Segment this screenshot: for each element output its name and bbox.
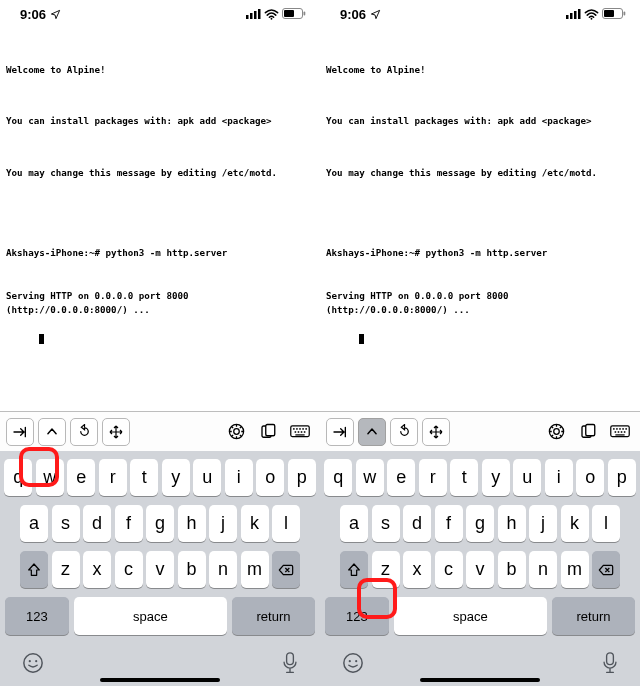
key-q[interactable]: q [324,459,352,496]
numbers-key[interactable]: 123 [5,597,69,635]
key-y[interactable]: y [162,459,190,496]
key-f[interactable]: f [115,505,143,542]
motd-install: You can install packages with: apk add <… [326,114,634,128]
home-indicator[interactable] [100,678,220,682]
paste-button[interactable] [254,418,282,446]
terminal-output: Welcome to Alpine! You can install packa… [320,28,640,395]
key-a[interactable]: a [20,505,48,542]
settings-button[interactable] [542,418,570,446]
key-w[interactable]: w [356,459,384,496]
key-u[interactable]: u [193,459,221,496]
key-t[interactable]: t [450,459,478,496]
key-f[interactable]: f [435,505,463,542]
key-e[interactable]: e [387,459,415,496]
key-z[interactable]: z [52,551,80,588]
svg-point-36 [553,429,559,435]
undo-button[interactable] [390,418,418,446]
key-j[interactable]: j [529,505,557,542]
key-y[interactable]: y [482,459,510,496]
key-x[interactable]: x [83,551,111,588]
key-r[interactable]: r [99,459,127,496]
key-o[interactable]: o [256,459,284,496]
key-h[interactable]: h [498,505,526,542]
key-k[interactable]: k [561,505,589,542]
location-icon [370,9,381,20]
svg-rect-18 [295,431,297,433]
keyboard-toggle-button[interactable] [286,418,314,446]
move-button[interactable] [102,418,130,446]
ctrl-key-button[interactable] [38,418,66,446]
key-h[interactable]: h [178,505,206,542]
key-s[interactable]: s [52,505,80,542]
key-e[interactable]: e [67,459,95,496]
key-g[interactable]: g [466,505,494,542]
ctrl-key-button[interactable] [358,418,386,446]
key-k[interactable]: k [241,505,269,542]
screenshot-left: 9:06 Welcome to Alpine! You can install … [0,0,320,686]
key-j[interactable]: j [209,505,237,542]
key-r[interactable]: r [419,459,447,496]
svg-rect-46 [618,431,620,433]
key-c[interactable]: c [115,551,143,588]
key-q[interactable]: q [4,459,32,496]
tab-key-button[interactable] [326,418,354,446]
key-w[interactable]: w [36,459,64,496]
shift-key[interactable] [340,551,368,588]
svg-rect-38 [586,424,595,435]
key-a[interactable]: a [340,505,368,542]
keyboard-toggle-button[interactable] [606,418,634,446]
key-i[interactable]: i [545,459,573,496]
return-key[interactable]: return [232,597,315,635]
svg-rect-30 [578,9,581,19]
key-m[interactable]: m [241,551,269,588]
signal-icon [566,9,581,19]
settings-button[interactable] [222,418,250,446]
space-key[interactable]: space [394,597,547,635]
key-v[interactable]: v [146,551,174,588]
shift-key[interactable] [20,551,48,588]
space-key[interactable]: space [74,597,227,635]
return-key[interactable]: return [552,597,635,635]
home-indicator[interactable] [420,678,540,682]
tab-key-button[interactable] [6,418,34,446]
key-t[interactable]: t [130,459,158,496]
key-d[interactable]: d [83,505,111,542]
key-i[interactable]: i [225,459,253,496]
terminal-command: Akshays-iPhone:~# python3 -m http.server [6,246,314,260]
key-m[interactable]: m [561,551,589,588]
key-v[interactable]: v [466,551,494,588]
key-p[interactable]: p [288,459,316,496]
key-z[interactable]: z [372,551,400,588]
key-c[interactable]: c [435,551,463,588]
svg-rect-6 [284,10,294,17]
svg-rect-29 [574,11,577,19]
key-o[interactable]: o [576,459,604,496]
key-p[interactable]: p [608,459,636,496]
undo-button[interactable] [70,418,98,446]
key-l[interactable]: l [592,505,620,542]
key-g[interactable]: g [146,505,174,542]
key-b[interactable]: b [498,551,526,588]
svg-rect-49 [615,434,624,435]
svg-rect-43 [622,428,624,430]
emoji-button[interactable] [342,652,364,674]
key-l[interactable]: l [272,505,300,542]
numbers-key[interactable]: 123 [325,597,389,635]
mic-button[interactable] [602,652,618,674]
key-n[interactable]: n [529,551,557,588]
emoji-button[interactable] [22,652,44,674]
motd-welcome: Welcome to Alpine! [326,63,634,77]
svg-point-25 [35,660,37,662]
backspace-key[interactable] [592,551,620,588]
key-b[interactable]: b [178,551,206,588]
move-button[interactable] [422,418,450,446]
backspace-key[interactable] [272,551,300,588]
key-d[interactable]: d [403,505,431,542]
paste-button[interactable] [574,418,602,446]
motd-welcome: Welcome to Alpine! [6,63,314,77]
key-x[interactable]: x [403,551,431,588]
key-n[interactable]: n [209,551,237,588]
key-u[interactable]: u [513,459,541,496]
key-s[interactable]: s [372,505,400,542]
mic-button[interactable] [282,652,298,674]
